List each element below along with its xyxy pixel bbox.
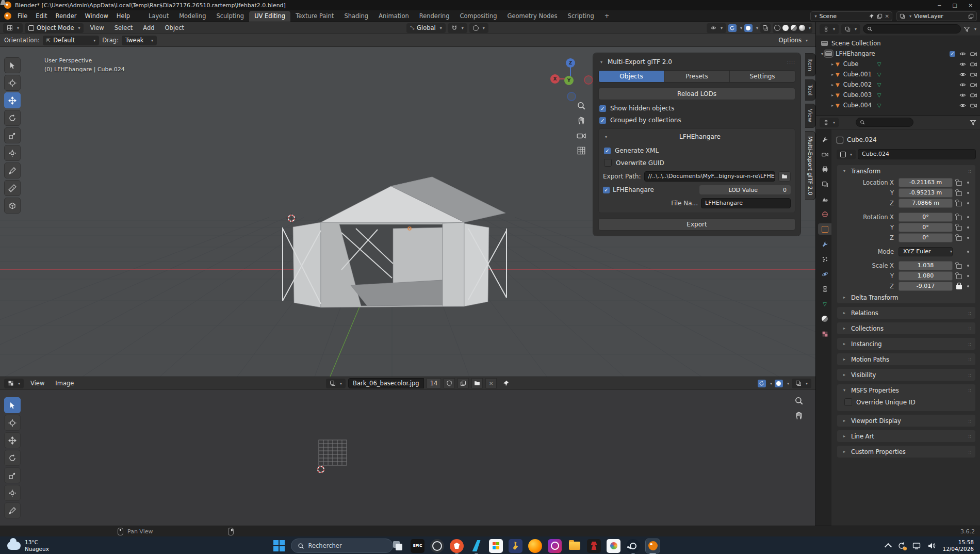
image-editor-type-button[interactable]: ▾ bbox=[4, 379, 24, 388]
viewport-menu-view[interactable]: View bbox=[86, 23, 108, 32]
workspace-tab-animation[interactable]: Animation bbox=[373, 11, 414, 22]
workspace-tab-sculpting[interactable]: Sculpting bbox=[211, 11, 249, 22]
collection-render-camera-icon[interactable] bbox=[970, 51, 977, 57]
hide-eye-icon[interactable] bbox=[959, 71, 966, 78]
export-path-field[interactable]: //..\..\..\Documents\MyF...bigny-sur-n-r… bbox=[644, 171, 776, 182]
render-camera-icon[interactable] bbox=[970, 71, 977, 78]
tab-modifiers[interactable] bbox=[818, 238, 831, 250]
rotation-y-field[interactable]: 0° bbox=[899, 223, 953, 232]
viewport-menu-add[interactable]: Add bbox=[139, 23, 158, 32]
orthographic-grid-icon[interactable] bbox=[577, 146, 586, 155]
tab-physics[interactable] bbox=[818, 268, 831, 280]
collection-expand-icon[interactable]: ▾ bbox=[819, 52, 825, 56]
menu-help[interactable]: Help bbox=[112, 11, 134, 21]
sidebar-tab-item[interactable]: Item bbox=[805, 53, 815, 76]
render-camera-icon[interactable] bbox=[970, 61, 977, 68]
collection-collapse-icon[interactable]: ▾ bbox=[603, 135, 609, 139]
relations-panel[interactable]: ▸Relations:: bbox=[837, 306, 976, 319]
gizmos-toggle[interactable] bbox=[728, 24, 737, 32]
tool-3d-cursor[interactable] bbox=[4, 75, 21, 91]
uv-pan-hand-icon[interactable] bbox=[794, 411, 804, 420]
tab-settings[interactable]: Settings bbox=[730, 71, 795, 82]
scale-y-lock-icon[interactable] bbox=[956, 274, 962, 279]
rotation-z-lock-icon[interactable] bbox=[956, 236, 962, 241]
custom-properties-panel[interactable]: ▸Custom Properties:: bbox=[837, 445, 976, 458]
export-button[interactable]: Export bbox=[598, 218, 795, 231]
render-camera-icon[interactable] bbox=[970, 82, 977, 88]
image-menu-view[interactable]: View bbox=[26, 379, 48, 388]
rotation-mode-dropdown[interactable]: XYZ Euler▾ bbox=[899, 247, 953, 256]
uv-zoom-icon[interactable] bbox=[794, 396, 804, 405]
overlays-toggle[interactable] bbox=[744, 24, 753, 32]
menu-render[interactable]: Render bbox=[52, 11, 81, 21]
show-hidden-checkbox[interactable]: ✓ bbox=[599, 105, 606, 112]
location-x-animate-dot[interactable] bbox=[967, 182, 969, 184]
scale-z-field[interactable]: -9.017 bbox=[899, 282, 953, 291]
workspace-tab-compositing[interactable]: Compositing bbox=[454, 11, 502, 22]
render-camera-icon[interactable] bbox=[970, 102, 977, 109]
sidebar-tab-view[interactable]: View bbox=[805, 104, 815, 127]
object-expand-icon[interactable]: ▸ bbox=[829, 83, 836, 87]
outliner-row-collection[interactable]: ▾ LFHEhangare ✓ bbox=[816, 48, 980, 59]
scene-selector[interactable]: ▾ Scene ✕ bbox=[810, 11, 892, 21]
interaction-mode-dropdown[interactable]: Object Mode▾ bbox=[25, 23, 84, 33]
object-expand-icon[interactable]: ▸ bbox=[829, 93, 836, 97]
outliner-row-cube-001[interactable]: ▸ ▼ Cube.001 ▽ bbox=[816, 69, 980, 79]
workspace-tab-layout[interactable]: Layout bbox=[143, 11, 174, 22]
proportional-editing-dropdown[interactable]: ▾ bbox=[469, 23, 488, 33]
image-menu-image[interactable]: Image bbox=[51, 379, 78, 388]
rotation-x-animate-dot[interactable] bbox=[967, 216, 969, 218]
tab-view-layer[interactable] bbox=[818, 178, 831, 190]
image-editor-canvas[interactable] bbox=[0, 390, 815, 526]
shading-solid-icon[interactable] bbox=[782, 25, 789, 31]
lod-value-slider[interactable]: LOD Value 0 bbox=[699, 185, 791, 194]
location-y-lock-icon[interactable] bbox=[956, 191, 962, 196]
app-red-pixel-icon[interactable] bbox=[587, 539, 601, 553]
object-expand-icon[interactable]: ▸ bbox=[829, 62, 836, 67]
tool-annotate[interactable] bbox=[4, 162, 21, 178]
menu-edit[interactable]: Edit bbox=[31, 11, 51, 21]
steam-icon[interactable] bbox=[626, 539, 640, 553]
view-layer-selector[interactable]: ▾ ViewLayer bbox=[896, 11, 977, 21]
hide-eye-icon[interactable] bbox=[959, 61, 966, 68]
xray-toggle[interactable] bbox=[760, 23, 771, 33]
workspace-tab-scripting[interactable]: Scripting bbox=[563, 11, 599, 22]
rotation-y-animate-dot[interactable] bbox=[967, 226, 969, 229]
copy-scene-icon[interactable] bbox=[877, 13, 883, 19]
uv-tool-select-box[interactable] bbox=[4, 397, 21, 413]
tool-move[interactable] bbox=[4, 92, 21, 108]
show-hidden-row[interactable]: ✓Show hidden objects bbox=[599, 105, 794, 112]
panel-collapse-icon[interactable]: ▾ bbox=[598, 60, 605, 64]
unlink-scene-icon[interactable]: ✕ bbox=[885, 13, 889, 19]
outliner-row-cube-003[interactable]: ▸ ▼ Cube.003 ▽ bbox=[816, 90, 980, 100]
viewport-menu-object[interactable]: Object bbox=[161, 23, 188, 32]
maximize-button[interactable]: □ bbox=[952, 3, 957, 8]
tab-objects[interactable]: Objects bbox=[599, 71, 664, 82]
close-button[interactable]: ✕ bbox=[969, 3, 973, 8]
counter-strike-icon[interactable] bbox=[509, 539, 522, 553]
grouped-row[interactable]: ✓Grouped by collections bbox=[599, 117, 794, 124]
mode-animate-dot[interactable] bbox=[967, 251, 969, 253]
outliner-row-cube-004[interactable]: ▸ ▼ Cube.004 ▽ bbox=[816, 100, 980, 110]
tool-measure[interactable] bbox=[4, 180, 21, 196]
image-users-count[interactable]: 14 bbox=[427, 378, 442, 388]
app-paint-icon[interactable] bbox=[607, 539, 620, 553]
generate-xml-checkbox[interactable]: ✓ bbox=[604, 148, 611, 154]
location-x-field[interactable]: -0.21163 m bbox=[899, 178, 953, 187]
scale-z-animate-dot[interactable] bbox=[967, 285, 969, 287]
scale-x-animate-dot[interactable] bbox=[967, 265, 969, 267]
location-z-lock-icon[interactable] bbox=[956, 202, 962, 206]
editor-type-button[interactable]: ▾ bbox=[3, 23, 23, 33]
collections-panel[interactable]: ▸Collections:: bbox=[837, 322, 976, 335]
instancing-panel[interactable]: ▸Instancing:: bbox=[837, 337, 976, 350]
object-export-checkbox[interactable]: ✓ bbox=[603, 187, 610, 193]
workspace-add-button[interactable]: + bbox=[599, 11, 615, 22]
generate-xml-row[interactable]: ✓Generate XML bbox=[604, 147, 790, 154]
motion-paths-panel[interactable]: ▸Motion Paths:: bbox=[837, 353, 976, 366]
uv-gizmos-toggle[interactable] bbox=[758, 380, 766, 387]
copy-view-layer-icon[interactable] bbox=[968, 13, 974, 19]
zoom-icon[interactable] bbox=[577, 101, 586, 110]
blender-menu-icon[interactable] bbox=[4, 12, 11, 20]
workspace-tab-uv-editing[interactable]: UV Editing bbox=[249, 11, 290, 22]
object-id-icon-button[interactable]: ▾ bbox=[837, 150, 856, 159]
